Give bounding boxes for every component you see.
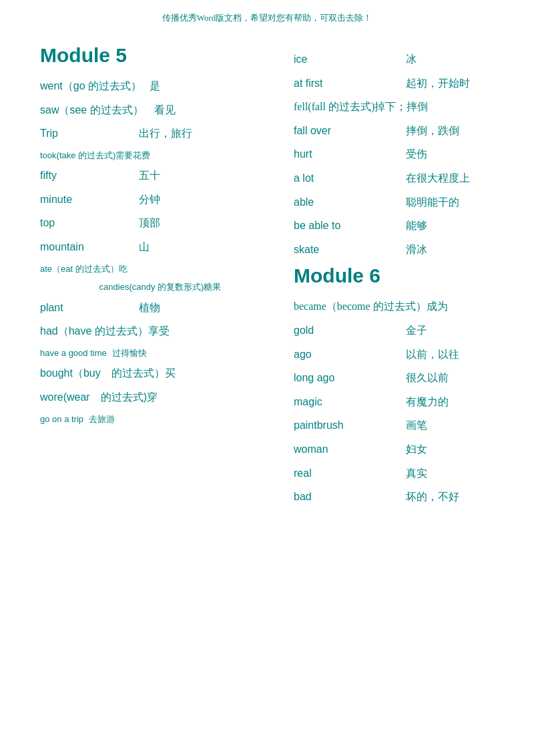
entry-mountain-en: mountain [40,238,134,256]
entry-longago-en: long ago [294,369,400,387]
entry-woman-zh: 妇女 [406,441,427,458]
entry-paintbrush: paintbrush 画笔 [294,417,534,434]
entry-alot: a lot 在很大程度上 [294,170,534,187]
entry-had: had（have 的过去式）享受 [40,323,280,340]
entry-ice: ice 冰 [294,51,534,68]
entry-minute-zh: 分钟 [139,191,160,208]
entry-took: took(take 的过去式)需要花费 [40,149,280,162]
entry-wore: wore(wear 的过去式)穿 [40,389,280,406]
module5-title: Module 5 [40,44,280,67]
entry-became: became（become 的过去式）成为 [294,298,534,315]
entry-plant: plant 植物 [40,299,280,317]
entry-ice-zh: 冰 [406,51,417,68]
entry-atfirst: at first 起初，开始时 [294,75,534,92]
entry-hagt-en: have a good time [40,347,107,360]
banner-text: 传播优秀Word版文档，希望对您有帮助，可双击去除！ [162,13,372,23]
entry-minute-en: minute [40,191,134,208]
entry-had-text: had（have 的过去式）享受 [40,325,170,337]
entry-gold-en: gold [294,322,400,339]
entry-longago-zh: 很久以前 [406,369,449,387]
entry-top-en: top [40,214,134,232]
entry-bad-zh: 坏的，不好 [406,488,459,506]
entry-magic-zh: 有魔力的 [406,393,449,411]
entry-mountain-zh: 山 [139,238,150,256]
entry-became-text: became（become 的过去式）成为 [294,301,448,312]
entry-able: able 聪明能干的 [294,194,534,211]
entry-candies-text: candies(candy 的复数形式)糖果 [99,282,222,292]
left-column: Module 5 went（go 的过去式） 是 saw（see 的过去式） 看… [40,44,287,512]
entry-trip-zh: 出行，旅行 [139,125,192,142]
entry-skate-zh: 滑冰 [406,241,427,258]
entry-fell-text: fell(fall 的过去式)掉下；摔倒 [294,101,428,112]
entry-went-en: went（go 的过去式） [40,80,142,91]
entry-gotrip-en: go on a trip [40,413,83,426]
entry-able-zh: 聪明能干的 [406,194,459,211]
entry-plant-zh: 植物 [139,299,160,317]
entry-fallover: fall over 摔倒，跌倒 [294,122,534,140]
entry-paintbrush-zh: 画笔 [406,417,427,434]
module6-title: Module 6 [294,264,534,287]
entry-bad-en: bad [294,488,400,506]
entry-fell: fell(fall 的过去式)掉下；摔倒 [294,98,534,116]
entry-real-en: real [294,465,400,482]
entry-beable: be able to 能够 [294,217,534,234]
entry-skate: skate 滑冰 [294,241,534,258]
entry-plant-en: plant [40,299,134,317]
entry-real-zh: 真实 [406,465,427,482]
entry-gold: gold 金子 [294,322,534,339]
entry-fifty: fifty 五十 [40,167,280,184]
entry-ago-en: ago [294,346,400,363]
entry-magic: magic 有魔力的 [294,393,534,411]
entry-real: real 真实 [294,465,534,482]
entry-able-en: able [294,194,400,211]
entry-atfirst-zh: 起初，开始时 [406,75,470,92]
right-column: ice 冰 at first 起初，开始时 fell(fall 的过去式)掉下；… [287,44,534,512]
entry-fallover-en: fall over [294,122,400,140]
entry-mountain: mountain 山 [40,238,280,256]
entry-fifty-en: fifty [40,167,134,184]
entry-hagt-zh: 过得愉快 [112,347,147,360]
entry-alot-zh: 在很大程度上 [406,170,470,187]
entry-skate-en: skate [294,241,400,258]
entry-fifty-zh: 五十 [139,167,160,184]
entry-gold-zh: 金子 [406,322,427,339]
entry-woman: woman 妇女 [294,441,534,458]
entry-woman-en: woman [294,441,400,458]
entry-longago: long ago 很久以前 [294,369,534,387]
entry-went-zh: 是 [150,80,160,91]
entry-trip-en: Trip [40,125,134,142]
entry-magic-en: magic [294,393,400,411]
entry-bad: bad 坏的，不好 [294,488,534,506]
entry-beable-en: be able to [294,217,400,234]
entry-went: went（go 的过去式） 是 [40,77,280,95]
entry-candies: candies(candy 的复数形式)糖果 [40,280,280,294]
entry-ago-zh: 以前，以往 [406,346,459,363]
entry-paintbrush-en: paintbrush [294,417,400,434]
entry-saw-en: saw（see 的过去式） [40,104,144,116]
entry-ice-en: ice [294,51,400,68]
entry-alot-en: a lot [294,170,400,187]
entry-gotrip-zh: 去旅游 [89,413,115,426]
entry-hagt: have a good time 过得愉快 [40,347,280,360]
entry-top: top 顶部 [40,214,280,232]
entry-bought: bought（buy 的过去式）买 [40,365,280,382]
entry-minute: minute 分钟 [40,191,280,208]
entry-hurt-zh: 受伤 [406,146,427,163]
entry-gotrip: go on a trip 去旅游 [40,413,280,426]
entry-ate-text: ate（eat 的过去式）吃 [40,264,127,274]
entry-took-text: took(take 的过去式)需要花费 [40,150,150,160]
entry-wore-text: wore(wear 的过去式)穿 [40,391,158,403]
entry-ago: ago 以前，以往 [294,346,534,363]
entry-top-zh: 顶部 [139,214,160,232]
entry-hurt: hurt 受伤 [294,146,534,163]
entry-bought-text: bought（buy 的过去式）买 [40,367,176,379]
entry-atfirst-en: at first [294,75,400,92]
top-banner: 传播优秀Word版文档，希望对您有帮助，可双击去除！ [0,0,534,31]
entry-saw: saw（see 的过去式） 看见 [40,102,280,119]
entry-saw-zh: 看见 [152,104,176,116]
entry-trip: Trip 出行，旅行 [40,125,280,142]
entry-ate: ate（eat 的过去式）吃 [40,262,280,276]
entry-fallover-zh: 摔倒，跌倒 [406,122,459,140]
entry-hurt-en: hurt [294,146,400,163]
entry-beable-zh: 能够 [406,217,427,234]
